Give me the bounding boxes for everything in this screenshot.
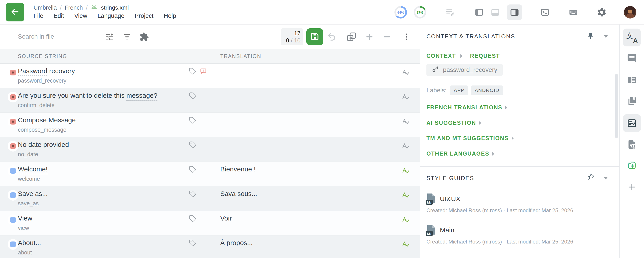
spellcheck-icon[interactable]	[402, 142, 410, 151]
status-bullet[interactable]	[8, 165, 18, 176]
string-key-pill[interactable]: password_recovery	[426, 64, 503, 76]
progress-ring-secondary[interactable]: 17%	[414, 6, 426, 18]
keyboard-icon[interactable]	[568, 7, 578, 17]
breadcrumb-item[interactable]: Umbrella	[34, 4, 57, 11]
translation-text[interactable]: Bienvenue !	[220, 165, 256, 173]
section-ai-suggestion[interactable]: AI SUGGESTION	[426, 120, 620, 126]
label-chip-app[interactable]: APP	[450, 86, 468, 95]
glossary-book-icon[interactable]	[627, 96, 637, 106]
terminal-icon[interactable]	[540, 7, 550, 17]
source-string-text[interactable]: About...	[18, 238, 41, 248]
section-other-languages[interactable]: OTHER LANGUAGES	[426, 150, 620, 157]
menu-view[interactable]: View	[74, 12, 87, 19]
tab-context[interactable]: CONTEXT	[426, 53, 456, 59]
add-panel-plus-icon[interactable]	[627, 182, 637, 192]
checklist-tab-active[interactable]	[623, 114, 641, 132]
tag-icon[interactable]	[189, 215, 196, 223]
label-chip-android[interactable]: ANDROID	[471, 86, 503, 95]
tasks-edit-icon[interactable]	[446, 7, 455, 17]
table-row[interactable]: Password recovery password_recovery	[0, 64, 420, 88]
warning-comment-icon[interactable]	[200, 68, 207, 76]
table-row[interactable]: About... about À propos...	[0, 236, 420, 258]
table-row[interactable]: Save as... save_as Sava sous...	[0, 186, 420, 211]
source-string-text[interactable]: No date provided	[18, 140, 69, 149]
status-bullet[interactable]	[8, 141, 18, 151]
translation-text[interactable]: Sava sous...	[220, 190, 257, 198]
status-bullet[interactable]	[8, 116, 18, 127]
menu-edit[interactable]: Edit	[54, 12, 64, 19]
status-bullet[interactable]	[8, 239, 18, 250]
tag-icon[interactable]	[189, 190, 196, 198]
menu-project[interactable]: Project	[134, 12, 154, 19]
progress-ring-primary[interactable]: 64%	[394, 6, 407, 18]
layout-right-panel-active[interactable]	[507, 4, 522, 20]
tag-icon[interactable]	[189, 141, 196, 149]
settings-gear-icon[interactable]	[596, 7, 607, 17]
source-string-text[interactable]: Are you sure you want to delete this mes…	[18, 91, 158, 100]
translation-text[interactable]: À propos...	[220, 239, 253, 247]
ai-assistant-icon[interactable]	[627, 160, 637, 170]
status-bullet[interactable]	[8, 92, 18, 103]
more-options-kebab-icon[interactable]	[402, 32, 412, 42]
add-string-icon[interactable]	[364, 32, 374, 42]
tune-filters-icon[interactable]	[105, 32, 114, 42]
copy-to-translation-icon[interactable]	[346, 32, 356, 42]
source-string-text[interactable]: Welcome!	[18, 164, 48, 174]
plugins-puzzle-icon[interactable]	[139, 32, 149, 42]
source-string-text[interactable]: View	[18, 214, 32, 223]
tag-icon[interactable]	[189, 68, 196, 76]
status-bullet[interactable]	[8, 215, 18, 225]
spellcheck-icon[interactable]	[402, 69, 410, 78]
status-bullet[interactable]	[8, 190, 18, 201]
source-string-text[interactable]: Compose Message	[18, 115, 76, 125]
section-french-translations[interactable]: FRENCH TRANSLATIONS	[426, 104, 620, 111]
table-row[interactable]: Are you sure you want to delete this mes…	[0, 88, 420, 113]
tag-icon[interactable]	[189, 166, 196, 174]
tag-icon[interactable]	[189, 117, 196, 125]
panel-scrollbar-thumb[interactable]	[616, 74, 618, 138]
user-avatar[interactable]	[624, 6, 636, 18]
undo-icon[interactable]	[327, 32, 337, 42]
menu-file[interactable]: File	[34, 12, 44, 19]
collapse-caret-icon[interactable]	[604, 35, 608, 38]
remove-string-icon[interactable]	[382, 32, 392, 42]
tag-icon[interactable]	[189, 92, 196, 100]
table-row[interactable]: View view Voir	[0, 211, 420, 236]
translation-text[interactable]: Voir	[220, 215, 232, 222]
comments-icon[interactable]	[627, 53, 637, 63]
tag-icon[interactable]	[189, 240, 196, 248]
context-card-icon[interactable]	[627, 75, 637, 85]
unpin-icon[interactable]	[587, 174, 594, 182]
menu-help[interactable]: Help	[164, 12, 176, 19]
table-row[interactable]: Welcome! welcome Bienvenue !	[0, 162, 420, 186]
style-guide-name[interactable]: UI&UX	[440, 195, 460, 203]
file-info-icon[interactable]	[627, 139, 637, 149]
style-guides-caret-icon[interactable]	[604, 177, 608, 179]
spellcheck-icon[interactable]	[402, 191, 410, 201]
layout-bottom-panel-icon[interactable]	[490, 7, 500, 17]
table-row[interactable]: No date provided no_date	[0, 137, 420, 162]
menu-language[interactable]: Language	[98, 12, 124, 19]
spellcheck-icon[interactable]	[402, 93, 410, 103]
filter-icon[interactable]	[122, 32, 132, 42]
status-bullet[interactable]	[8, 67, 18, 78]
source-string-text[interactable]: Password recovery	[18, 66, 75, 76]
source-string-text[interactable]: Save as...	[18, 189, 48, 198]
section-tm-and-mt-suggestions[interactable]: TM AND MT SUGGESTIONS	[426, 135, 620, 141]
table-row[interactable]: Compose Message compose_message	[0, 113, 420, 137]
layout-left-panel-icon[interactable]	[474, 7, 484, 17]
breadcrumb-file[interactable]: strings.xml	[101, 4, 128, 11]
spellcheck-icon[interactable]	[402, 216, 410, 225]
back-button[interactable]	[6, 3, 24, 21]
spellcheck-icon[interactable]	[402, 167, 410, 176]
breadcrumb-item[interactable]: French	[64, 4, 83, 11]
translations-tab-active[interactable]: 文 A	[623, 28, 641, 46]
search-input[interactable]	[18, 24, 98, 49]
breadcrumb-items[interactable]: Umbrella/French/	[34, 4, 88, 11]
style-guide-name[interactable]: Main	[440, 226, 454, 234]
save-button[interactable]	[306, 28, 323, 45]
spellcheck-icon[interactable]	[402, 240, 410, 250]
spellcheck-icon[interactable]	[402, 118, 410, 127]
pin-icon[interactable]	[587, 32, 594, 41]
tab-request[interactable]: REQUEST	[470, 53, 500, 59]
